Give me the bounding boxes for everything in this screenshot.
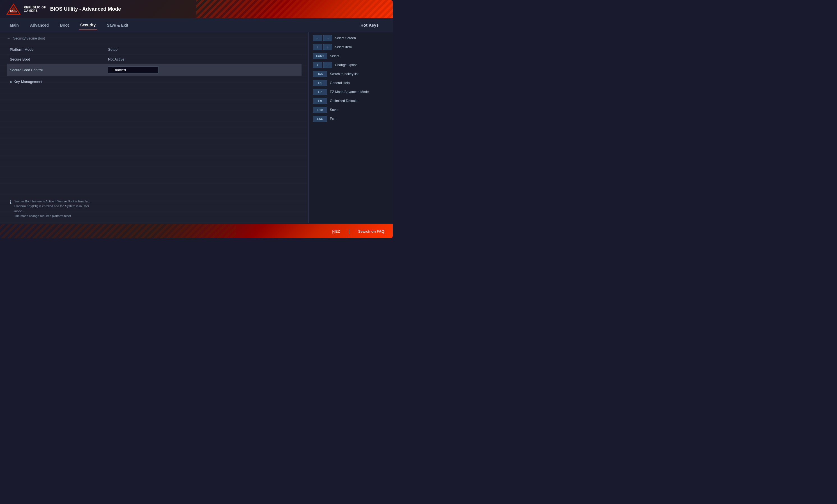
hotkey-left-btn[interactable]: ← bbox=[313, 35, 322, 41]
hotkey-right-btn[interactable]: → bbox=[323, 35, 332, 41]
hotkey-tab-desc: Switch to hokey list bbox=[330, 72, 358, 76]
hotkey-select-screen-desc: Select Screen bbox=[335, 36, 356, 40]
hotkey-esc-buttons: ESC bbox=[313, 116, 327, 122]
bios-screen: ROG REPUBLIC OF GAMERS BIOS Utility - Ad… bbox=[0, 0, 393, 238]
platform-mode-label: Platform Mode bbox=[10, 48, 108, 52]
bottom-divider: | bbox=[349, 228, 350, 234]
hotkey-select-desc: Select bbox=[330, 54, 339, 58]
hotkey-f1-btn[interactable]: F1 bbox=[313, 80, 327, 86]
nav-items: Main Advanced Boot Security Save & Exit bbox=[8, 20, 360, 30]
secure-boot-control-label: Secure Boot Control bbox=[10, 68, 108, 72]
hotkey-esc-desc: Exit bbox=[330, 117, 336, 121]
info-text: Secure Boot feature is Active if Secure … bbox=[14, 199, 94, 219]
nav-item-security[interactable]: Security bbox=[79, 20, 97, 30]
hotkey-down-btn[interactable]: ↓ bbox=[323, 44, 332, 50]
hotkey-f9-buttons: F9 bbox=[313, 98, 327, 104]
hotkey-f7-buttons: F7 bbox=[313, 89, 327, 95]
bottom-bar: |-|EZ | Search on FAQ bbox=[0, 224, 393, 238]
secure-boot-control-row[interactable]: Secure Boot Control Enabled bbox=[7, 64, 302, 76]
hotkeys-panel: ← → Select Screen ↑ ↓ Select Item Enter … bbox=[308, 32, 393, 223]
hotkey-select-item-desc: Select Item bbox=[335, 45, 352, 49]
secure-boot-row: Secure Boot Not Active bbox=[7, 54, 302, 64]
main-content: ← Security\Secure Boot Platform Mode Set… bbox=[0, 32, 393, 223]
nav-item-boot[interactable]: Boot bbox=[59, 21, 70, 30]
platform-mode-row: Platform Mode Setup bbox=[7, 44, 302, 54]
hotkey-f10-btn[interactable]: F10 bbox=[313, 107, 327, 113]
nav-bar: Main Advanced Boot Security Save & Exit … bbox=[0, 18, 393, 32]
hotkey-plus-btn[interactable]: + bbox=[313, 62, 322, 68]
header-bar: ROG REPUBLIC OF GAMERS BIOS Utility - Ad… bbox=[0, 0, 393, 18]
hotkey-f10-desc: Save bbox=[330, 108, 337, 112]
bios-title: BIOS Utility - Advanced Mode bbox=[50, 6, 121, 12]
hotkey-select: Enter Select bbox=[313, 53, 389, 59]
hotkey-f7-desc: EZ Mode/Advanced Mode bbox=[330, 90, 369, 94]
breadcrumb-arrow: ← bbox=[7, 36, 11, 40]
hotkey-change-option-desc: Change Option bbox=[335, 63, 358, 67]
hotkey-f1: F1 General Help bbox=[313, 80, 389, 86]
hotkey-f7-btn[interactable]: F7 bbox=[313, 89, 327, 95]
hotkey-f9-desc: Optimized Defaults bbox=[330, 99, 358, 103]
hotkey-tab: Tab Switch to hokey list bbox=[313, 71, 389, 77]
hotkey-f1-desc: General Help bbox=[330, 81, 350, 85]
hotkey-ud-buttons: ↑ ↓ bbox=[313, 44, 332, 50]
info-box: ℹ Secure Boot feature is Active if Secur… bbox=[6, 196, 98, 221]
hotkey-select-screen: ← → Select Screen bbox=[313, 35, 389, 41]
content-area: ← Security\Secure Boot Platform Mode Set… bbox=[0, 32, 308, 223]
hotkey-esc: ESC Exit bbox=[313, 116, 389, 122]
nav-item-save-exit[interactable]: Save & Exit bbox=[105, 21, 129, 30]
nav-item-advanced[interactable]: Advanced bbox=[29, 21, 50, 30]
info-icon: ℹ bbox=[10, 200, 12, 205]
nav-item-main[interactable]: Main bbox=[8, 21, 20, 30]
svg-text:ROG: ROG bbox=[10, 10, 17, 13]
hotkey-up-btn[interactable]: ↑ bbox=[313, 44, 322, 50]
hotkey-plusminus-buttons: + − bbox=[313, 62, 332, 68]
hotkey-enter-btn[interactable]: Enter bbox=[313, 53, 327, 59]
hotkey-select-item: ↑ ↓ Select Item bbox=[313, 44, 389, 50]
breadcrumb-text: Security\Secure Boot bbox=[13, 36, 45, 40]
hotkey-f10-buttons: F10 bbox=[313, 107, 327, 113]
hot-keys-label: Hot Keys bbox=[360, 23, 384, 27]
hotkey-f7: F7 EZ Mode/Advanced Mode bbox=[313, 89, 389, 95]
rog-logo: ROG bbox=[6, 3, 21, 15]
hotkey-change-option: + − Change Option bbox=[313, 62, 389, 68]
secure-boot-value: Not Active bbox=[108, 57, 299, 61]
platform-mode-value: Setup bbox=[108, 48, 299, 52]
hotkey-tab-buttons: Tab bbox=[313, 71, 327, 77]
settings-table: Platform Mode Setup Secure Boot Not Acti… bbox=[7, 44, 302, 86]
republic-text: REPUBLIC OF GAMERS bbox=[24, 6, 46, 13]
search-faq-action[interactable]: Search on FAQ bbox=[358, 229, 384, 234]
hotkey-lr-buttons: ← → bbox=[313, 35, 332, 41]
key-management-item[interactable]: Key Management bbox=[7, 77, 302, 86]
logo-area: ROG REPUBLIC OF GAMERS bbox=[6, 3, 46, 15]
breadcrumb: ← Security\Secure Boot bbox=[7, 36, 302, 40]
secure-boot-label: Secure Boot bbox=[10, 57, 108, 61]
hotkey-f10: F10 Save bbox=[313, 107, 389, 113]
panel-divider bbox=[308, 32, 308, 223]
key-management-label: Key Management bbox=[14, 80, 42, 84]
ez-mode-action[interactable]: |-|EZ bbox=[332, 229, 340, 234]
hotkey-tab-btn[interactable]: Tab bbox=[313, 71, 327, 77]
hotkey-f9-btn[interactable]: F9 bbox=[313, 98, 327, 104]
hotkey-minus-btn[interactable]: − bbox=[323, 62, 332, 68]
hotkey-enter-buttons: Enter bbox=[313, 53, 327, 59]
secure-boot-control-value: Enabled bbox=[108, 67, 159, 73]
hotkey-f1-buttons: F1 bbox=[313, 80, 327, 86]
hotkey-f9: F9 Optimized Defaults bbox=[313, 98, 389, 104]
hotkey-esc-btn[interactable]: ESC bbox=[313, 116, 327, 122]
